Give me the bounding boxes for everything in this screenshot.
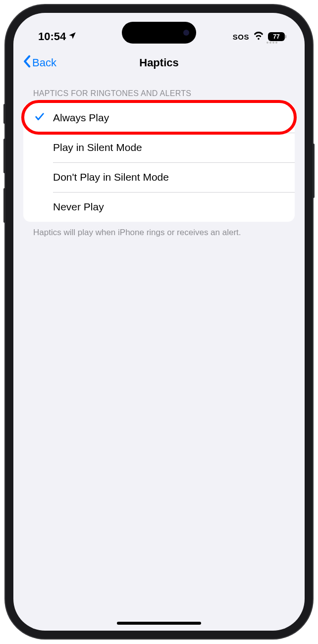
location-arrow-icon bbox=[68, 30, 77, 43]
status-time: 10:54 bbox=[38, 30, 66, 43]
content-area: HAPTICS FOR RINGTONES AND ALERTS Always … bbox=[13, 80, 305, 244]
sos-indicator: SOS bbox=[233, 33, 249, 41]
chevron-left-icon bbox=[22, 55, 31, 71]
screen: 10:54 SOS 77 bbox=[13, 13, 305, 631]
wifi-icon bbox=[253, 31, 264, 42]
option-dont-play-in-silent[interactable]: Don't Play in Silent Mode bbox=[23, 162, 295, 192]
status-dots bbox=[266, 42, 277, 44]
navigation-bar: Back Haptics bbox=[13, 48, 305, 80]
option-label: Don't Play in Silent Mode bbox=[53, 171, 169, 183]
back-label: Back bbox=[32, 56, 56, 69]
battery-indicator: 77 bbox=[268, 32, 285, 41]
dynamic-island bbox=[122, 22, 196, 44]
left-side-buttons bbox=[3, 104, 5, 238]
home-indicator[interactable] bbox=[117, 622, 201, 625]
option-play-in-silent[interactable]: Play in Silent Mode bbox=[23, 133, 295, 162]
option-label: Play in Silent Mode bbox=[53, 142, 142, 153]
checkmark-icon bbox=[34, 111, 45, 125]
option-label: Never Play bbox=[53, 201, 104, 213]
section-footer: Haptics will play when iPhone rings or r… bbox=[23, 222, 295, 244]
phone-frame: 10:54 SOS 77 bbox=[5, 5, 313, 639]
section-header: HAPTICS FOR RINGTONES AND ALERTS bbox=[23, 80, 295, 103]
option-always-play[interactable]: Always Play bbox=[23, 103, 295, 133]
back-button[interactable]: Back bbox=[22, 55, 56, 71]
haptics-options-group: Always Play Play in Silent Mode Don't Pl… bbox=[23, 103, 295, 222]
battery-level: 77 bbox=[268, 32, 285, 41]
option-never-play[interactable]: Never Play bbox=[23, 192, 295, 222]
option-label: Always Play bbox=[53, 112, 109, 124]
right-side-buttons bbox=[313, 144, 315, 213]
page-title: Haptics bbox=[139, 56, 178, 69]
